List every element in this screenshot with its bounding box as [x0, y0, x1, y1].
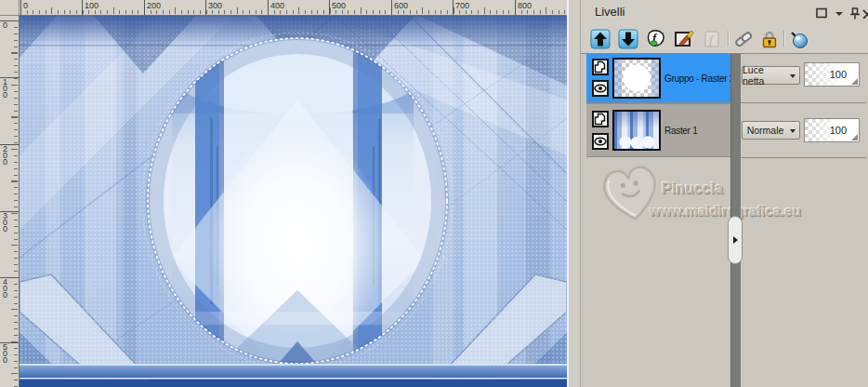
layer-thumbnail[interactable] [612, 110, 661, 151]
canvas-right-gap [567, 0, 581, 387]
link-layers-button[interactable] [733, 29, 754, 49]
ruler-tick [205, 0, 206, 15]
ruler-label: 0 [23, 1, 28, 10]
ruler-tick [391, 0, 392, 15]
canvas-image[interactable] [20, 16, 567, 387]
layer-type-icon[interactable] [592, 59, 609, 75]
ruler-label: 100 [3, 79, 9, 99]
move-layer-down-button[interactable] [618, 29, 638, 49]
artwork [20, 16, 567, 387]
ruler-tick [82, 0, 83, 15]
layer-row-gruppo-raster-2[interactable]: Gruppo - Raster 2 [586, 54, 730, 102]
opacity-value: 100 [830, 125, 847, 136]
resize-grip-icon [851, 78, 858, 85]
resize-grip-icon [851, 134, 858, 140]
dropdown-arrow-icon[interactable] [835, 12, 843, 16]
ruler-tick [453, 0, 454, 15]
float-window-icon[interactable] [816, 7, 828, 19]
edit-layer-button[interactable] [674, 29, 694, 49]
ruler-label: 0 [3, 22, 9, 29]
ruler-label: 800 [518, 1, 532, 10]
chevron-down-icon [790, 74, 796, 78]
new-mask-layer-button[interactable]: f [646, 29, 666, 49]
watermark-url: www.maidiregrafica.eu [650, 203, 801, 219]
arrow-right-icon [733, 236, 738, 244]
ruler-label: 500 [3, 344, 9, 364]
script-action-button[interactable]: f [702, 29, 722, 49]
blend-mode-value: Normale [747, 125, 784, 136]
ruler-tick [20, 0, 21, 15]
lock-transparency-button[interactable] [759, 29, 780, 49]
watermark-author: Pinuccia [662, 180, 723, 197]
splitter-collapse-handle[interactable] [728, 216, 743, 264]
ruler-label: 200 [147, 1, 161, 10]
toolbar-separator [728, 31, 729, 47]
layer-thumbnail[interactable] [612, 58, 661, 99]
layer-visibility-eye-icon[interactable] [592, 80, 609, 97]
horizontal-ruler-mid-ticks [20, 7, 567, 14]
ruler-label: 400 [270, 1, 284, 10]
controls-row-separator [730, 157, 866, 158]
vertical-ruler: 0 100 200 300 400 500 [0, 16, 20, 387]
controls-row-separator [730, 102, 866, 103]
layer-row-raster-1[interactable]: Raster 1 [586, 104, 730, 156]
layer-type-icon[interactable] [592, 111, 609, 127]
opacity-field-layer-2[interactable]: 100 [804, 118, 860, 142]
ruler-label: 300 [208, 1, 222, 10]
layer-name: Gruppo - Raster 2 [664, 73, 734, 84]
palette-drag-grip[interactable] [583, 4, 587, 49]
layer-name: Raster 1 [664, 126, 697, 136]
blend-mode-value: Luce netta [743, 64, 788, 87]
ruler-corner [0, 0, 20, 16]
pin-icon[interactable] [849, 7, 861, 20]
ruler-label: 500 [332, 1, 346, 10]
close-icon[interactable] [862, 7, 868, 19]
ruler-tick [144, 0, 145, 15]
move-layer-up-button[interactable] [590, 29, 611, 49]
ruler-label: 100 [85, 1, 99, 10]
horizontal-ruler: 0 100 200 300 400 500 600 700 800 [20, 0, 567, 16]
ruler-tick [268, 0, 269, 15]
opacity-value: 100 [830, 69, 847, 80]
ruler-tick [329, 0, 330, 15]
vertical-ruler-mid-ticks [11, 20, 18, 387]
ruler-label: 400 [3, 279, 9, 299]
layer-visibility-eye-icon[interactable] [592, 133, 609, 150]
toolbar-separator [783, 31, 784, 47]
ruler-label: 700 [455, 1, 469, 10]
ruler-label: 600 [394, 1, 408, 10]
ruler-label: 200 [3, 146, 9, 166]
ruler-tick [515, 0, 516, 15]
watermark-heart-icon [593, 156, 670, 230]
layers-palette: Livelli f f [581, 0, 868, 387]
layer-visibility-ball-button[interactable] [789, 29, 809, 49]
ruler-label: 300 [3, 213, 9, 233]
blend-mode-dropdown-layer-2[interactable]: Normale [742, 121, 800, 140]
chevron-down-icon [790, 129, 796, 133]
blend-mode-dropdown-layer-1[interactable]: Luce netta [742, 66, 800, 85]
opacity-field-layer-1[interactable]: 100 [804, 62, 860, 87]
palette-title: Livelli [595, 5, 625, 19]
